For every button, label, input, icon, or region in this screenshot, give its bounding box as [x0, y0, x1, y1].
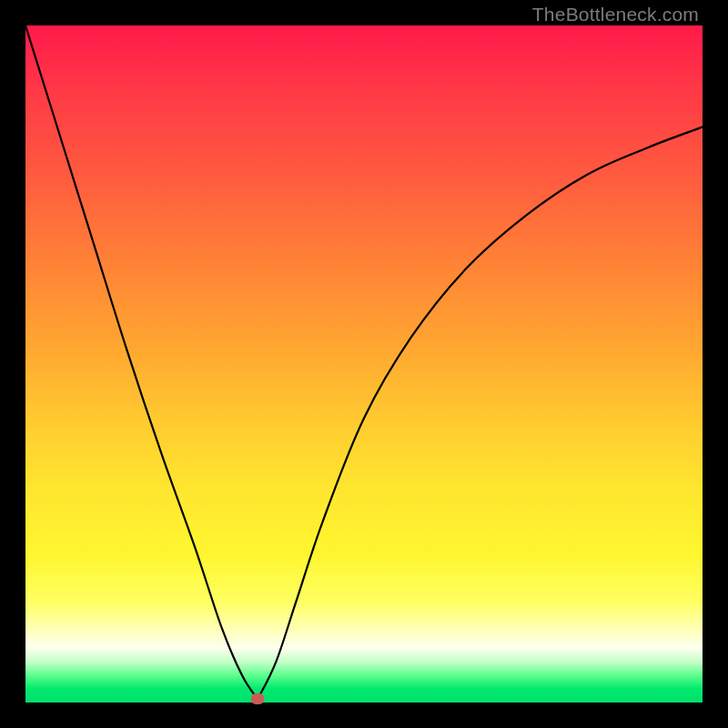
minimum-marker	[251, 693, 264, 704]
plot-area	[25, 25, 703, 703]
curve-svg	[25, 25, 703, 703]
watermark-text: TheBottleneck.com	[532, 4, 699, 25]
chart-container: TheBottleneck.com	[0, 0, 728, 728]
curve-right-branch	[258, 127, 703, 700]
curve-left-branch	[25, 25, 258, 699]
